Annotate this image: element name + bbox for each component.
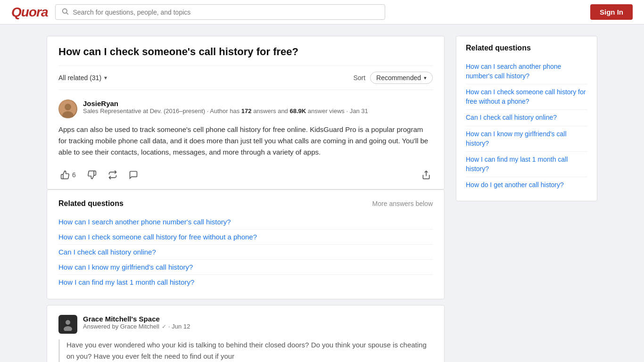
more-answers-below: More answers below — [372, 200, 433, 207]
search-bar[interactable] — [55, 4, 385, 20]
first-answer-card: JosieRyan Sales Representative at Dev. (… — [58, 90, 433, 189]
sidebar-link-item[interactable]: How can I search another phone number's … — [466, 59, 587, 84]
related-links-list: How can I search another phone number's … — [58, 214, 433, 289]
svg-point-3 — [65, 104, 71, 110]
related-link-item[interactable]: How I can find my last 1 month call hist… — [58, 275, 433, 289]
quora-logo[interactable]: Quora — [11, 5, 48, 20]
author-meta: Sales Representative at Dev. (2016–prese… — [83, 107, 368, 115]
sort-section: Sort Recommended ▾ — [353, 72, 433, 84]
second-author-info: Grace Mitchell's Space Answered by Grace… — [83, 315, 190, 330]
related-link-item[interactable]: How can I check someone call history for… — [58, 230, 433, 245]
upvote-icon — [60, 170, 70, 180]
related-link-item[interactable]: How can I know my girlfriend's call hist… — [58, 260, 433, 275]
svg-line-1 — [66, 13, 68, 15]
sidebar-title: Related questions — [466, 44, 587, 52]
related-link-item[interactable]: Can I check call history online? — [58, 245, 433, 260]
author-name[interactable]: JosieRyan — [83, 99, 368, 107]
related-questions-title: Related questions — [58, 199, 124, 208]
chevron-down-icon: ▾ — [104, 74, 107, 81]
answer-text: Apps can also be used to track someone's… — [58, 124, 433, 158]
sidebar-link-item[interactable]: How I can find my last 1 month call hist… — [466, 152, 587, 177]
second-answer-author: Grace Mitchell's Space Answered by Grace… — [58, 315, 433, 334]
search-input[interactable] — [73, 8, 379, 16]
related-link-item[interactable]: How can I search another phone number's … — [58, 214, 433, 230]
comment-icon — [129, 170, 138, 180]
second-answer-card: Grace Mitchell's Space Answered by Grace… — [47, 305, 445, 362]
upvote-count: 6 — [72, 171, 76, 179]
verified-badge: ✓ — [162, 323, 166, 330]
sort-chevron-icon: ▾ — [424, 75, 427, 81]
action-bar: 6 — [58, 165, 433, 181]
all-related-filter[interactable]: All related (31) ▾ — [58, 74, 107, 82]
answer-author: JosieRyan Sales Representative at Dev. (… — [58, 99, 433, 118]
josieryan-avatar — [58, 99, 77, 118]
recommended-label: Recommended — [376, 74, 421, 82]
second-author-meta: Answered by Grace Mitchell ✓ · Jun 12 — [83, 323, 190, 330]
main-content: How can I check someone's call history f… — [47, 36, 445, 362]
repost-button[interactable] — [106, 168, 119, 181]
sidebar-link-item[interactable]: How can I check someone call history for… — [466, 84, 587, 110]
repost-icon — [108, 170, 117, 180]
search-icon — [61, 8, 69, 16]
sort-label: Sort — [353, 74, 365, 82]
sidebar: Related questions How can I search anoth… — [456, 36, 597, 362]
upvote-button[interactable]: 6 — [58, 168, 78, 181]
related-in-main: Related questions More answers below How… — [47, 189, 445, 299]
page-layout: How can I check someone's call history f… — [39, 25, 605, 362]
second-answer-text: Have you ever wondered who your kid is t… — [58, 339, 433, 362]
downvote-icon — [87, 170, 97, 180]
downvote-button[interactable] — [85, 168, 99, 181]
grace-avatar — [58, 315, 77, 334]
author-info: JosieRyan Sales Representative at Dev. (… — [83, 99, 368, 115]
share-button[interactable] — [420, 168, 433, 181]
related-questions-header: Related questions More answers below — [58, 199, 433, 208]
share-icon — [421, 170, 431, 180]
second-author-name[interactable]: Grace Mitchell's Space — [83, 315, 190, 323]
comment-button[interactable] — [127, 168, 140, 181]
filters-bar: All related (31) ▾ Sort Recommended ▾ — [58, 66, 433, 90]
sign-in-button[interactable]: Sign In — [590, 4, 633, 20]
sidebar-link-item[interactable]: Can I check call history online? — [466, 110, 587, 126]
sidebar-card: Related questions How can I search anoth… — [456, 36, 597, 201]
svg-point-7 — [66, 320, 70, 325]
sidebar-link-item[interactable]: How can I know my girlfriend's call hist… — [466, 126, 587, 152]
all-related-label: All related (31) — [58, 74, 101, 82]
question-card: How can I check someone's call history f… — [47, 36, 445, 189]
sort-dropdown[interactable]: Recommended ▾ — [370, 72, 433, 84]
header: Quora Sign In — [0, 0, 644, 25]
question-title: How can I check someone's call history f… — [58, 46, 433, 58]
svg-point-0 — [63, 9, 67, 13]
sidebar-link-item[interactable]: How do I get another call history? — [466, 177, 587, 193]
sidebar-links: How can I search another phone number's … — [466, 59, 587, 193]
